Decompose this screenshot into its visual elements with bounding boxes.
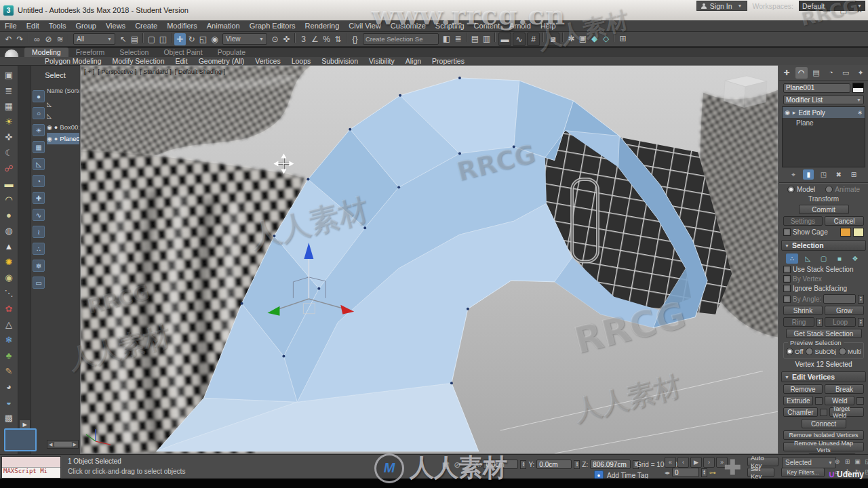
chamfer-settings-button[interactable]	[820, 409, 827, 416]
magnet-icon[interactable]: ☍	[1, 161, 16, 176]
grid-layout-icon[interactable]: ⊞	[617, 33, 629, 45]
sign-in-button[interactable]: Sign In ▼	[696, 1, 747, 11]
object-name-field[interactable]: Plane001	[783, 83, 850, 93]
cancel-button[interactable]: Cancel	[825, 216, 864, 226]
plant-icon[interactable]: ♣	[1, 348, 16, 363]
ribbon-tab-populate[interactable]: Populate	[210, 47, 253, 57]
zoom-extents-all-icon[interactable]: ◱	[863, 457, 868, 466]
mountain-icon[interactable]: △	[1, 317, 16, 332]
schematic-view-icon[interactable]: #	[527, 33, 540, 46]
perspective-viewport[interactable]: [ + ] [ Perspective ] [ Standard ] [ Def…	[80, 65, 778, 454]
notes-icon[interactable]: ≣	[1, 83, 16, 98]
cage-color-swatch[interactable]	[840, 228, 851, 237]
unlink-selection-icon[interactable]: ⊘	[43, 33, 54, 45]
connect-button[interactable]: Connect	[802, 419, 846, 428]
rain-icon[interactable]: ⋱	[1, 285, 16, 301]
by-vertex-checkbox[interactable]	[783, 275, 791, 283]
menu-item[interactable]: Arnold	[505, 20, 536, 31]
maxscript-mini-listener[interactable]: MAXScript Mi	[1, 456, 61, 479]
stack-options-icon[interactable]: ∗	[857, 109, 863, 116]
maximize-viewport-icon[interactable]: ◰	[863, 467, 868, 476]
orbit-icon[interactable]: ↻	[853, 467, 862, 476]
edit-vertices-rollout-header[interactable]: ▼ Edit Vertices	[781, 371, 866, 382]
display-space-warps-icon[interactable]: ∿	[33, 209, 45, 221]
zoom-extents-icon[interactable]: ▣	[853, 457, 862, 466]
select-and-manipulate-icon[interactable]: ✜	[281, 33, 292, 45]
preview-multi-radio[interactable]: Multi	[839, 348, 861, 355]
undo-icon[interactable]: ↶	[3, 33, 14, 45]
scroll-left-icon[interactable]: ◀	[49, 442, 52, 447]
display-particles-icon[interactable]: ∴	[33, 243, 45, 255]
rectangular-selection-region-icon[interactable]: ▢	[146, 33, 157, 45]
ribbon-panel-item[interactable]: Visibility	[363, 57, 400, 65]
selection-filter-select[interactable]: All▼	[73, 33, 115, 45]
list-item-plane001[interactable]: ◉ ● Plane001	[47, 133, 79, 144]
display-bones-icon[interactable]: ≀	[33, 226, 45, 238]
animate-radio[interactable]: Animate	[825, 186, 860, 193]
tab-motion-icon[interactable]: ◔	[825, 67, 837, 79]
x-coordinate-field[interactable]: 0.0cm	[483, 460, 518, 469]
zoom-region-icon[interactable]: ▱	[833, 467, 842, 476]
use-stack-selection-checkbox[interactable]	[783, 266, 791, 273]
explorer-splitter[interactable]	[18, 66, 31, 454]
workspace-select[interactable]: Default ▼	[799, 1, 865, 11]
polygon-subobject-icon[interactable]: ■	[833, 253, 846, 264]
snaps-toggle-3d-icon[interactable]: 3	[298, 33, 309, 45]
snowflake-icon[interactable]: ❄	[1, 332, 16, 348]
pen-icon[interactable]: ✎	[1, 363, 16, 379]
selection-rollout-header[interactable]: ▼ Selection	[781, 240, 866, 251]
menu-item[interactable]: Rendering	[300, 20, 344, 31]
scroll-right-icon[interactable]: ▶	[73, 442, 77, 447]
ribbon-panel-item[interactable]: Geometry (All)	[193, 57, 250, 65]
ribbon-panel-item[interactable]: Modify Selection	[106, 57, 170, 65]
display-none-icon[interactable]: ○	[33, 107, 45, 119]
ribbon-tab-freeform[interactable]: Freeform	[68, 47, 113, 57]
align-icon[interactable]: ≣	[452, 33, 464, 45]
menu-item[interactable]: Edit	[22, 20, 44, 31]
settings-button[interactable]: Settings	[783, 216, 823, 226]
cage-selected-color-swatch[interactable]	[853, 228, 864, 237]
ribbon-panel-item[interactable]: Vertices	[250, 57, 285, 65]
rendered-frame-window-icon[interactable]: ▣	[577, 33, 589, 45]
next-frame-icon[interactable]: ›	[703, 457, 715, 468]
modifier-stack-edit-poly[interactable]: ◉ ▸ Edit Poly ∗	[783, 107, 865, 118]
menu-item[interactable]: Create	[130, 20, 162, 31]
display-shapes-icon[interactable]: ◺	[33, 158, 45, 170]
render-setup-icon[interactable]: ✱	[566, 33, 577, 45]
go-to-start-icon[interactable]: «	[665, 457, 676, 468]
remove-modifier-icon[interactable]: ✖	[833, 169, 844, 180]
z-coordinate-field[interactable]: 806.097cm	[590, 460, 631, 469]
cone-primitive-icon[interactable]: ▲	[1, 239, 16, 254]
curve-editor-icon[interactable]: ∿	[513, 33, 526, 46]
viewport-shading-menu[interactable]: [ Default Shading ]	[175, 68, 225, 75]
weld-settings-button[interactable]	[856, 397, 864, 405]
mirror-icon[interactable]: ◧	[441, 33, 452, 45]
menu-item[interactable]: Graph Editors	[245, 20, 300, 31]
select-by-name-icon[interactable]: ▤	[129, 33, 140, 45]
target-weld-button[interactable]: Target Weld	[829, 407, 864, 417]
sun-icon[interactable]: ✺	[1, 254, 16, 270]
preview-off-radio[interactable]: Off	[786, 348, 804, 355]
show-end-result-icon[interactable]: ▮	[803, 169, 814, 180]
crosshair-icon[interactable]: ✜	[1, 129, 16, 145]
ribbon-tab-object-paint[interactable]: Object Paint	[156, 47, 210, 57]
ribbon-panel-item[interactable]: Polygon Modeling	[39, 57, 106, 65]
percent-snap-icon[interactable]: %	[321, 33, 332, 45]
pin-stack-icon[interactable]: ⌖	[788, 169, 799, 180]
eye-icon[interactable]: ◉	[785, 109, 790, 116]
object-color-swatch[interactable]	[852, 83, 864, 93]
display-helpers-icon[interactable]: ✚	[33, 192, 45, 204]
grow-button[interactable]: Grow	[825, 306, 864, 315]
ribbon-panel-item[interactable]: Subdivision	[316, 57, 363, 65]
select-and-scale-icon[interactable]: ◱	[197, 33, 209, 45]
display-frozen-icon[interactable]: ❄	[33, 260, 45, 272]
viewport-pov-menu[interactable]: [ + ]	[84, 68, 94, 75]
vertex-subobject-icon[interactable]: ∴	[786, 253, 798, 264]
by-angle-checkbox[interactable]	[783, 296, 791, 303]
select-and-move-icon[interactable]: ✛	[174, 33, 186, 45]
render-production-icon[interactable]: ◆	[589, 33, 600, 45]
modifier-list-dropdown[interactable]: Modifier List ▼	[783, 95, 864, 104]
ribbon-tab-modeling[interactable]: Modeling	[24, 47, 68, 57]
named-selection-set-input[interactable]	[363, 33, 439, 45]
redo-icon[interactable]: ↷	[14, 33, 26, 45]
